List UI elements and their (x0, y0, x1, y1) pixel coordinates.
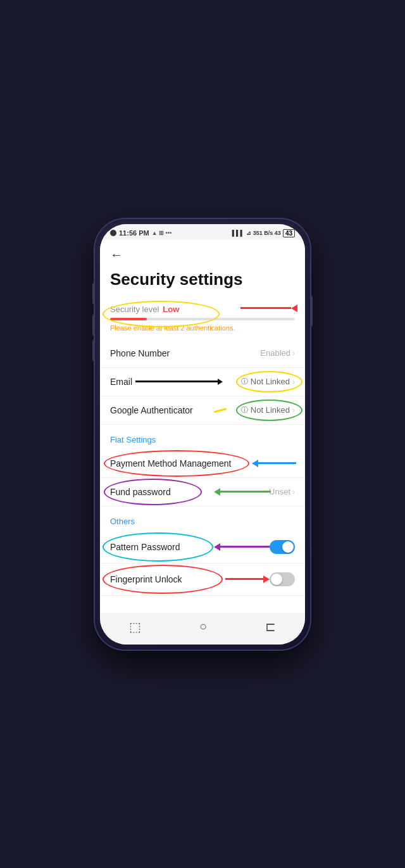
bottom-spacer (100, 596, 305, 608)
fingerprint-oval (103, 565, 223, 594)
others-section-header: Others (100, 506, 305, 531)
red-arrow-fingerprint (225, 576, 270, 583)
security-warning: Please enable at least 2 authentications… (110, 324, 295, 332)
email-row[interactable]: Email ⓘ Not Linked › (100, 368, 305, 396)
phone-number-label: Phone Number (110, 348, 170, 358)
security-level-row: Security level Low (110, 305, 295, 314)
status-bar: 11:56 PM ▲ ⊞ ••• ▌▌▌ ⊿ 351 B/s 43 43 (100, 224, 305, 240)
security-bar-fill (110, 318, 147, 320)
blue-arrow-payment (252, 460, 296, 467)
fingerprint-toggle-thumb (271, 574, 282, 585)
status-icons-left: ▲ ⊞ ••• (152, 230, 171, 236)
email-not-linked-oval (236, 371, 302, 393)
pattern-oval (103, 532, 213, 562)
phone-chevron: › (292, 349, 295, 358)
phone-number-value: Enabled › (260, 348, 295, 358)
black-arrow-email (135, 379, 223, 385)
nav-home-icon[interactable]: ○ (199, 619, 207, 634)
content-area: ← Security settings Security level Low (100, 240, 305, 613)
bottom-nav: ⬚ ○ ⊏ (100, 613, 305, 645)
email-label: Email (110, 377, 132, 387)
phone-number-row[interactable]: Phone Number Enabled › (100, 339, 305, 368)
fund-password-value: Unset › (269, 487, 295, 496)
google-not-linked-oval (236, 399, 302, 421)
pattern-toggle-thumb (282, 541, 294, 553)
status-time: 11:56 PM (119, 229, 149, 237)
red-arrow-left (240, 305, 297, 312)
fund-password-row[interactable]: Fund password Unset › (100, 478, 305, 506)
payment-method-row[interactable]: Payment Method Management › (100, 450, 305, 478)
security-value: Low (163, 305, 179, 314)
green-arrow-fund (214, 488, 271, 496)
pattern-password-row[interactable]: Pattern Password (100, 531, 305, 563)
fund-password-oval (104, 479, 202, 505)
yellow-arrow-google (214, 409, 227, 411)
wifi-icon: ⊿ (246, 230, 251, 236)
fiat-section-header: Fiat Settings (100, 425, 305, 450)
signal-icon: ▌▌▌ (232, 230, 244, 236)
camera-dot (110, 230, 116, 236)
nav-back-icon[interactable]: ⬚ (129, 619, 141, 634)
status-icons-right: ▌▌▌ ⊿ 351 B/s 43 43 (232, 229, 295, 237)
security-label: Security level (110, 305, 159, 314)
payment-oval (104, 450, 249, 477)
fund-chevron: › (292, 487, 295, 496)
fingerprint-toggle[interactable] (270, 572, 295, 586)
pattern-toggle-track (270, 540, 295, 554)
battery-icon: 43 (283, 229, 295, 237)
purple-arrow-pattern (214, 543, 271, 551)
fingerprint-toggle-track (270, 572, 295, 586)
back-button[interactable]: ← (100, 240, 305, 265)
fingerprint-unlock-row[interactable]: Fingerprint Unlock (100, 563, 305, 596)
speed-text: 351 B/s 43 (253, 230, 281, 236)
security-bar-bg (110, 318, 295, 320)
google-auth-label: Google Authenticator (110, 405, 193, 415)
nav-recents-icon[interactable]: ⊏ (265, 619, 276, 634)
security-section: Security level Low Please enable at leas… (100, 299, 305, 339)
google-auth-row[interactable]: Google Authenticator ⓘ Not Linked › (100, 396, 305, 425)
page-title: Security settings (100, 265, 305, 299)
pattern-toggle[interactable] (270, 540, 295, 554)
